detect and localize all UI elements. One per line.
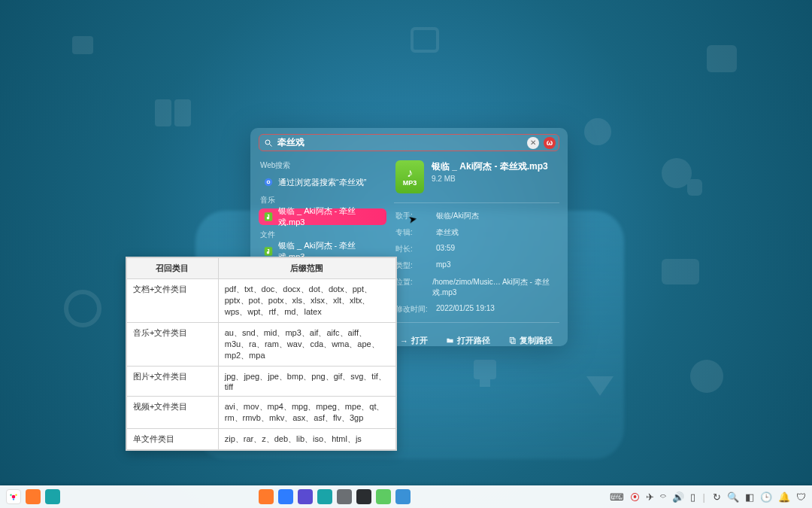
- meta-key: 专辑:: [395, 227, 429, 238]
- music-file-icon: [263, 211, 274, 222]
- bg-icon: [699, 38, 744, 83]
- tray-multitask-icon[interactable]: ◧: [745, 491, 754, 503]
- tray-volume-icon[interactable]: 🔊: [672, 491, 684, 503]
- meta-row: 时长:03:59: [394, 241, 559, 257]
- bg-icon: [466, 354, 504, 391]
- section-file-label: 文件: [260, 230, 386, 240]
- taskbar: ⌨ ⦿ ✈ ⌔ 🔊 ▯ | ↻ 🔍 ◧ 🕒 🔔 🛡: [0, 485, 812, 508]
- table-cell: 视频+文件类目: [127, 397, 219, 429]
- meta-key: 修改时间:: [395, 304, 429, 315]
- svg-point-17: [268, 181, 269, 183]
- tray-update-icon[interactable]: ↻: [713, 491, 721, 503]
- taskbar-app[interactable]: [317, 489, 332, 504]
- meta-value: mp3: [436, 260, 450, 271]
- taskbar-launcher[interactable]: [45, 489, 60, 504]
- bg-icon: [579, 113, 617, 151]
- tray-clock-icon[interactable]: 🕒: [760, 491, 772, 503]
- taskbar-app[interactable]: [278, 489, 293, 504]
- tray-wifi-icon[interactable]: ⌔: [660, 491, 666, 503]
- separator: [394, 202, 559, 203]
- meta-row: 专辑:牵丝戏: [394, 224, 559, 241]
- svg-rect-3: [155, 99, 171, 126]
- desktop: ✕ ω Web搜索 通过浏览器搜索“牵丝戏” 音乐 银临 _ Aki阿杰 - 牵…: [0, 0, 812, 508]
- taskbar-app[interactable]: [356, 489, 371, 504]
- meta-key: 歌手:: [395, 211, 429, 221]
- taskbar-tray: ⌨ ⦿ ✈ ⌔ 🔊 ▯ | ↻ 🔍 ◧ 🕒 🔔 🛡: [610, 491, 806, 503]
- table-cell: 图片+文件类目: [127, 367, 219, 397]
- svg-point-8: [66, 292, 99, 325]
- table-row: 单文件类目zip、rar、z、deb、lib、iso、html、js: [127, 429, 396, 450]
- search-input[interactable]: [277, 138, 523, 148]
- netease-music-button[interactable]: ω: [544, 137, 556, 149]
- search-icon: [264, 138, 273, 148]
- svg-rect-21: [511, 339, 515, 343]
- table-row: 视频+文件类目avi、mov、mp4、mpg、mpeg、mpe、qt、rm、rm…: [127, 397, 396, 429]
- preview-filename: 银临 _ Aki阿杰 - 牵丝戏.mp3: [432, 160, 548, 173]
- meta-row: 类型:mp3: [394, 257, 559, 274]
- separator: [394, 322, 559, 323]
- taskbar-app[interactable]: [337, 489, 352, 504]
- bg-icon: [68, 30, 98, 60]
- open-button[interactable]: → 打开: [400, 335, 428, 346]
- meta-value: /home/zimo/Music… Aki阿杰 - 牵丝戏.mp3: [432, 277, 558, 298]
- search-field[interactable]: ✕ ω: [259, 134, 559, 151]
- meta-value: 03:59: [436, 244, 455, 254]
- result-music-item[interactable]: 银临 _ Aki阿杰 - 牵丝戏.mp3: [259, 208, 386, 225]
- table-cell: avi、mov、mp4、mpg、mpeg、mpe、qt、rm、rmvb、mkv、…: [218, 397, 395, 429]
- svg-point-5: [584, 118, 611, 145]
- copy-icon: [508, 336, 517, 345]
- bg-icon: [684, 354, 729, 399]
- svg-rect-2: [707, 45, 737, 72]
- bg-icon: [150, 90, 195, 135]
- table-cell: au、snd、mid、mp3、aif、aifc、aiff、m3u、ra、ram、…: [218, 323, 395, 367]
- taskbar-launcher[interactable]: [6, 489, 21, 504]
- tray-record-icon[interactable]: ⦿: [630, 491, 640, 503]
- table-header: 召回类目: [127, 258, 219, 279]
- result-web-search[interactable]: 通过浏览器搜索“牵丝戏”: [259, 174, 386, 190]
- meta-value: 2022/01/25 19:13: [436, 304, 495, 315]
- browser-icon: [263, 177, 274, 187]
- tray-search-icon[interactable]: 🔍: [727, 491, 739, 503]
- table-row: 文档+文件类目pdf、txt、doc、docx、dot、dotx、ppt、ppt…: [127, 279, 396, 323]
- folder-icon: [446, 336, 454, 345]
- table-cell: zip、rar、z、deb、lib、iso、html、js: [218, 429, 395, 450]
- svg-rect-0: [72, 36, 93, 54]
- taskbar-center: [60, 489, 610, 504]
- preview-metadata: 歌手:银临/Aki阿杰专辑:牵丝戏时长:03:59类型:mp3位置:/home/…: [394, 208, 559, 318]
- tray-keyboard-icon[interactable]: ⌨: [610, 491, 624, 503]
- section-web-label: Web搜索: [260, 160, 386, 171]
- svg-point-13: [265, 140, 270, 144]
- meta-row: 位置:/home/zimo/Music… Aki阿杰 - 牵丝戏.mp3: [394, 274, 559, 301]
- taskbar-launcher[interactable]: [26, 489, 41, 504]
- open-path-button[interactable]: 打开路径: [446, 335, 490, 346]
- mp3-badge-icon: ♪ MP3: [395, 160, 424, 193]
- tray-shield-icon[interactable]: 🛡: [796, 491, 806, 503]
- copy-path-button[interactable]: 复制路径: [508, 335, 553, 346]
- svg-point-25: [13, 498, 14, 500]
- table-cell: 文档+文件类目: [127, 279, 219, 323]
- preview-pane: ♪ MP3 银临 _ Aki阿杰 - 牵丝戏.mp3 9.2 MB 歌手:银临/…: [394, 157, 559, 346]
- taskbar-app[interactable]: [376, 489, 391, 504]
- meta-key: 位置:: [395, 277, 425, 298]
- tray-battery-icon[interactable]: ▯: [690, 491, 695, 503]
- result-label: 通过浏览器搜索“牵丝戏”: [278, 177, 366, 188]
- bg-icon: [654, 151, 707, 203]
- svg-line-14: [270, 144, 272, 146]
- meta-value: 牵丝戏: [436, 227, 459, 238]
- preview-filesize: 9.2 MB: [432, 175, 548, 183]
- music-file-icon: [263, 246, 274, 257]
- svg-rect-9: [474, 360, 496, 379]
- table-cell: 单文件类目: [127, 429, 219, 450]
- table-cell: jpg、jpeg、jpe、bmp、png、gif、svg、tif、tiff: [218, 367, 395, 397]
- tray-airplane-icon[interactable]: ✈: [646, 491, 654, 503]
- tray-notification-icon[interactable]: 🔔: [778, 491, 790, 503]
- meta-row: 修改时间:2022/01/25 19:13: [394, 301, 559, 318]
- svg-point-11: [690, 360, 723, 393]
- taskbar-app[interactable]: [259, 489, 274, 504]
- clear-search-button[interactable]: ✕: [527, 137, 539, 149]
- taskbar-app[interactable]: [395, 489, 411, 504]
- tray-separator: |: [703, 491, 705, 503]
- svg-rect-4: [174, 99, 191, 126]
- bg-icon: [60, 286, 105, 331]
- taskbar-app[interactable]: [298, 489, 313, 504]
